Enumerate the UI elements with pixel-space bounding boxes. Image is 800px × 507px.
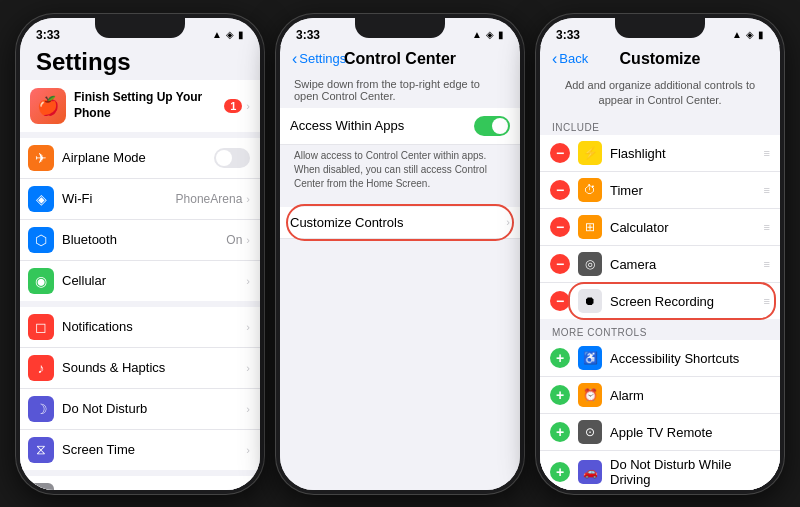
bluetooth-chevron: › [246,234,250,246]
wifi-item[interactable]: ◈ Wi-Fi PhoneArena › [20,179,260,220]
settings-list[interactable]: 🍎 Finish Setting Up Your Phone 1 › ✈ Air… [20,80,260,490]
alarm-item[interactable]: + ⏰ Alarm [540,377,780,414]
phone-1: 3:33 ▲ ◈ ▮ Settings 🍎 Finish Setting Up … [16,14,264,494]
back-chevron-3: ‹ [552,50,557,68]
sounds-item[interactable]: ♪ Sounds & Haptics › [20,348,260,389]
flashlight-icon: ⚡ [578,141,602,165]
phone-3: 3:33 ▲ ◈ ▮ ‹ Back Customize Add and orga… [536,14,784,494]
accessibility-icon: ♿ [578,346,602,370]
screentime-icon: ⧖ [28,437,54,463]
back-chevron-2: ‹ [292,50,297,68]
customize-section: Customize Controls › [280,207,520,239]
more-header: MORE CONTROLS [540,323,780,340]
timer-item[interactable]: − ⏱ Timer ≡ [540,172,780,209]
dnd-label: Do Not Disturb [62,401,246,416]
status-icons-3: ▲ ◈ ▮ [732,29,764,40]
appletv-plus[interactable]: + [550,422,570,442]
bluetooth-value: On [226,233,242,247]
calculator-drag: ≡ [764,221,770,233]
access-row[interactable]: Access Within Apps [280,108,520,145]
dnd-item[interactable]: ☽ Do Not Disturb › [20,389,260,430]
calculator-item[interactable]: − ⊞ Calculator ≡ [540,209,780,246]
finish-icon: 🍎 [30,88,66,124]
alarm-icon: ⏰ [578,383,602,407]
airplane-toggle[interactable] [214,148,250,168]
notch-2 [355,18,445,38]
calculator-minus[interactable]: − [550,217,570,237]
camera-item[interactable]: − ◎ Camera ≡ [540,246,780,283]
back-button-3[interactable]: ‹ Back [552,50,588,68]
include-list: − ⚡ Flashlight ≡ − ⏱ Timer ≡ − ⊞ Cal [540,135,780,319]
calculator-label: Calculator [610,220,764,235]
cellular-chevron: › [246,275,250,287]
screentime-item[interactable]: ⧖ Screen Time › [20,430,260,470]
battery-icon-2: ▮ [498,29,504,40]
customize-description: Add and organize additional controls to … [540,72,780,119]
wifi-icon-2: ◈ [486,29,494,40]
camera-icon: ◎ [578,252,602,276]
bluetooth-item[interactable]: ⬡ Bluetooth On › [20,220,260,261]
screen-recording-item[interactable]: − ⏺ Screen Recording ≡ [540,283,780,319]
general-label: General [62,488,246,490]
back-label-2: Settings [299,51,346,66]
screentime-label: Screen Time [62,442,246,457]
customize-chevron: › [506,216,510,228]
access-toggle[interactable] [474,116,510,136]
dnd-driving-label: Do Not Disturb While Driving [610,457,770,487]
accessibility-plus[interactable]: + [550,348,570,368]
sounds-icon: ♪ [28,355,54,381]
dnd-icon: ☽ [28,396,54,422]
section-general: ⚙ General › ⊞ Control Center › ☀ Display… [20,476,260,490]
camera-label: Camera [610,257,764,272]
dnd-driving-item[interactable]: + 🚗 Do Not Disturb While Driving [540,451,780,489]
finish-text: Finish Setting Up Your Phone [74,90,224,121]
accessibility-label: Accessibility Shortcuts [610,351,770,366]
wifi-item-icon: ◈ [28,186,54,212]
sounds-chevron: › [246,362,250,374]
customize-row[interactable]: Customize Controls › [280,207,520,239]
camera-minus[interactable]: − [550,254,570,274]
airplane-mode-item[interactable]: ✈ Airplane Mode [20,138,260,179]
screenrec-drag: ≡ [764,295,770,307]
wifi-icon: ◈ [226,29,234,40]
alarm-label: Alarm [610,388,770,403]
alarm-plus[interactable]: + [550,385,570,405]
screenrec-label: Screen Recording [610,294,764,309]
dnd-driving-plus[interactable]: + [550,462,570,482]
wifi-icon-3: ◈ [746,29,754,40]
timer-minus[interactable]: − [550,180,570,200]
finish-chevron: › [246,100,250,112]
camera-drag: ≡ [764,258,770,270]
timer-label: Timer [610,183,764,198]
time-1: 3:33 [36,28,60,42]
wifi-value: PhoneArena [176,192,243,206]
screenrec-minus[interactable]: − [550,291,570,311]
status-bar-3: 3:33 ▲ ◈ ▮ [540,18,780,46]
finish-banner[interactable]: 🍎 Finish Setting Up Your Phone 1 › [20,80,260,132]
customize-content: Add and organize additional controls to … [540,72,780,490]
cc-title: Control Center [344,50,456,68]
flashlight-item[interactable]: − ⚡ Flashlight ≡ [540,135,780,172]
time-3: 3:33 [556,28,580,42]
accessibility-item[interactable]: + ♿ Accessibility Shortcuts [540,340,780,377]
section-connectivity: ✈ Airplane Mode ◈ Wi-Fi PhoneArena › ⬡ B… [20,138,260,301]
settings-title: Settings [36,48,244,76]
back-button-2[interactable]: ‹ Settings [292,50,346,68]
notifications-chevron: › [246,321,250,333]
notifications-item[interactable]: ◻ Notifications › [20,307,260,348]
signal-icon: ▲ [212,29,222,40]
cellular-item[interactable]: ◉ Cellular › [20,261,260,301]
back-label-3: Back [559,51,588,66]
general-item[interactable]: ⚙ General › [20,476,260,490]
time-2: 3:33 [296,28,320,42]
customize-title: Customize [620,50,701,68]
more-list: + ♿ Accessibility Shortcuts + ⏰ Alarm + … [540,340,780,489]
cc-content: Swipe down from the top-right edge to op… [280,72,520,490]
dnd-chevron: › [246,403,250,415]
flashlight-minus[interactable]: − [550,143,570,163]
status-bar-1: 3:33 ▲ ◈ ▮ [20,18,260,46]
appletv-item[interactable]: + ⊙ Apple TV Remote [540,414,780,451]
signal-icon-3: ▲ [732,29,742,40]
general-icon: ⚙ [28,483,54,490]
notch-3 [615,18,705,38]
